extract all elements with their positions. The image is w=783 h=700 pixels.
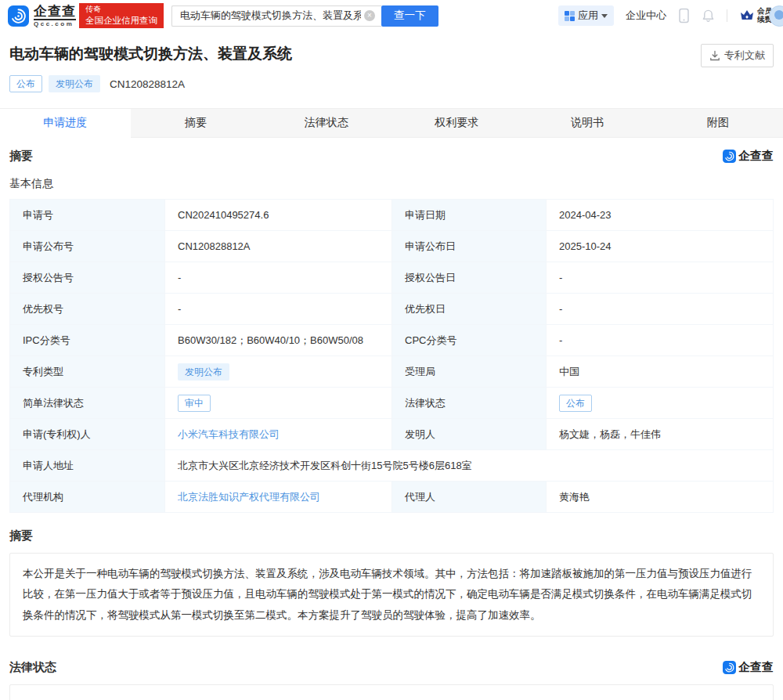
title-tags: 公布发明公布CN120828812A	[9, 75, 774, 92]
table-row: 简单法律状态审中法律状态公布	[10, 388, 774, 419]
logo-brand: 企查查	[34, 5, 76, 20]
tab-1[interactable]: 摘要	[131, 109, 262, 137]
cell-label: 代理人	[392, 482, 547, 513]
qcc-logo-icon	[8, 5, 29, 27]
bell-icon[interactable]	[702, 9, 715, 23]
vip-renew-button[interactable]: 会员 续费	[739, 7, 772, 24]
status-badge: 发明公布	[178, 363, 229, 381]
cell-value: -	[547, 325, 774, 356]
table-row: 申请公布号CN120828812A申请公布日2025-10-24	[10, 231, 774, 262]
abstract-section-title: 摘要	[9, 529, 774, 543]
clear-search-icon[interactable]: ×	[364, 10, 375, 21]
cell-label: 申请公布日	[392, 231, 547, 262]
cell-value: B60W30/182；B60W40/10；B60W50/08	[165, 325, 392, 356]
legal-status-timeline: 2025-10-24公布	[9, 684, 774, 700]
cell-value: 北京法胜知识产权代理有限公司	[165, 482, 392, 513]
status-badge: 审中	[178, 395, 211, 412]
basic-info-table: 申请号CN202410495274.6申请日期2024-04-23申请公布号CN…	[9, 199, 774, 513]
apps-grid-icon	[565, 11, 575, 21]
qcc-watermark-icon-2	[723, 661, 736, 674]
tab-4[interactable]: 说明书	[522, 109, 653, 137]
qcc-logo[interactable]: 企查查 Qcc.com	[8, 5, 76, 27]
search-button[interactable]: 查一下	[381, 5, 438, 27]
cell-label: 代理机构	[10, 482, 165, 513]
patent-document-label: 专利文献	[724, 49, 765, 63]
cell-label: 专利类型	[10, 356, 165, 388]
page-content: 电动车辆的驾驶模式切换方法、装置及系统 专利文献 公布发明公布CN1208288…	[0, 44, 783, 700]
table-row: 专利类型发明公布受理局中国	[10, 356, 774, 388]
cell-value: 审中	[165, 388, 392, 419]
tab-0[interactable]: 申请进度	[0, 109, 131, 138]
cell-label: 法律状态	[392, 388, 547, 419]
cell-label: 申请号	[10, 200, 165, 231]
table-row: 代理机构北京法胜知识产权代理有限公司代理人黄海艳	[10, 482, 774, 513]
tab-5[interactable]: 附图	[652, 109, 783, 137]
cell-label: 受理局	[392, 356, 547, 388]
mobile-icon[interactable]	[678, 8, 690, 23]
cell-value: 杨文婕，杨磊，牛佳伟	[547, 419, 774, 450]
cell-value: 公布	[547, 388, 774, 419]
cell-label: 申请(专利权)人	[10, 419, 165, 450]
tab-2[interactable]: 法律状态	[261, 109, 392, 137]
cell-label: 授权公告日	[392, 262, 547, 294]
cell-label: 授权公告号	[10, 262, 165, 294]
enterprise-center-link[interactable]: 企业中心	[626, 9, 666, 23]
legal-section-title: 法律状态	[9, 660, 56, 675]
slogan-line2: 全国企业信用查询	[85, 15, 157, 26]
apps-menu[interactable]: 应用	[558, 5, 614, 26]
title-tag: 公布	[9, 75, 42, 92]
cell-label: 优先权日	[392, 294, 547, 325]
table-row: 申请人地址北京市大兴区北京经济技术开发区科创十街15号院5号楼6层618室	[10, 450, 774, 482]
entity-link[interactable]: 小米汽车科技有限公司	[178, 428, 280, 440]
table-row: IPC分类号B60W30/182；B60W40/10；B60W50/08CPC分…	[10, 325, 774, 356]
qcc-watermark-text: 企查查	[738, 149, 774, 164]
status-badge: 公布	[559, 395, 592, 412]
cell-value: 发明公布	[165, 356, 392, 388]
table-row: 申请(专利权)人小米汽车科技有限公司发明人杨文婕，杨磊，牛佳伟	[10, 419, 774, 450]
cell-value: 2024-04-23	[547, 200, 774, 231]
cell-label: 优先权号	[10, 294, 165, 325]
cell-value: CN120828812A	[165, 231, 392, 262]
top-right-nav: 应用 企业中心 会员 续费	[558, 5, 783, 26]
cell-label: 申请日期	[392, 200, 547, 231]
table-row: 优先权号-优先权日-	[10, 294, 774, 325]
divider	[727, 9, 727, 22]
cell-value: 北京市大兴区北京经济技术开发区科创十街15号院5号楼6层618室	[165, 450, 774, 482]
cell-value: -	[547, 262, 774, 294]
cell-value: 中国	[547, 356, 774, 388]
tab-3[interactable]: 权利要求	[392, 109, 522, 137]
tab-bar: 申请进度摘要法律状态权利要求说明书附图	[0, 108, 783, 138]
entity-link[interactable]: 北京法胜知识产权代理有限公司	[178, 491, 320, 503]
cell-value: -	[547, 294, 774, 325]
qcc-watermark: 企查查	[723, 149, 774, 164]
cell-value: CN202410495274.6	[165, 200, 392, 231]
cell-value: 2025-10-24	[547, 231, 774, 262]
cell-label: 申请公布号	[10, 231, 165, 262]
page-title: 电动车辆的驾驶模式切换方法、装置及系统	[9, 44, 292, 64]
patent-number: CN120828812A	[110, 78, 185, 90]
logo-domain: Qcc.com	[34, 21, 76, 27]
search-input[interactable]	[171, 5, 381, 27]
cell-label: CPC分类号	[392, 325, 547, 356]
table-row: 申请号CN202410495274.6申请日期2024-04-23	[10, 200, 774, 231]
download-icon	[709, 50, 720, 61]
crown-icon	[739, 9, 755, 23]
qcc-watermark-text-2: 企查查	[738, 660, 774, 675]
top-bar: 企查查 Qcc.com 传奇 全国企业信用查询 × 查一下 应用 企业中心	[0, 0, 783, 31]
apps-label: 应用	[578, 9, 598, 23]
summary-section-title: 摘要	[9, 149, 33, 164]
slogan-badge: 传奇 全国企业信用查询	[79, 3, 164, 28]
qcc-watermark-icon	[723, 150, 736, 163]
qcc-logo-text: 企查查 Qcc.com	[34, 5, 76, 27]
cell-label: 简单法律状态	[10, 388, 165, 419]
qcc-watermark-2: 企查查	[723, 660, 774, 675]
cell-value: 小米汽车科技有限公司	[165, 419, 392, 450]
table-row: 授权公告号-授权公告日-	[10, 262, 774, 294]
cell-value: -	[165, 294, 392, 325]
basic-info-heading: 基本信息	[9, 177, 774, 191]
cell-value: 黄海艳	[547, 482, 774, 513]
search-box: × 查一下	[171, 5, 438, 27]
chevron-down-icon	[601, 14, 608, 18]
cell-label: 发明人	[392, 419, 547, 450]
patent-document-button[interactable]: 专利文献	[701, 44, 774, 67]
